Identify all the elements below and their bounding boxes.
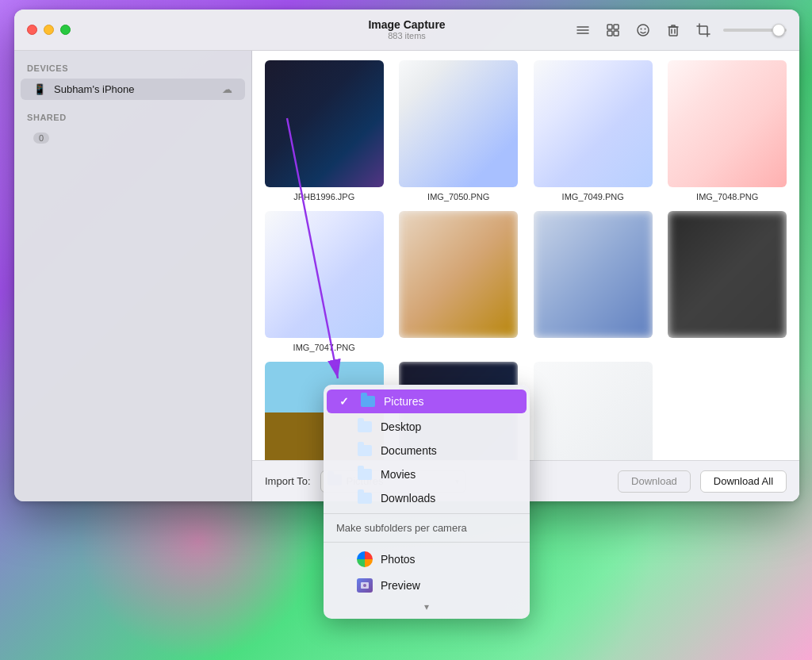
image-label: IMG_7048.PNG [696,192,758,201]
dropdown-item-preview[interactable]: Preview [324,573,530,598]
zoom-slider[interactable] [723,29,787,32]
image-thumb [265,211,384,338]
traffic-lights [27,25,71,35]
image-thumb [668,211,787,338]
close-button[interactable] [27,25,37,35]
svg-rect-3 [607,25,612,29]
image-thumb [534,211,653,338]
image-item[interactable]: IMG_7047.PNG [262,211,387,352]
image-thumb [534,362,653,460]
image-thumb [399,211,518,338]
dropdown-item-pictures[interactable]: ✓ Pictures [327,389,527,413]
rotate-crop-button[interactable] [693,20,714,40]
svg-point-8 [641,28,642,29]
image-item[interactable] [665,211,791,352]
image-thumb [534,60,653,187]
maximize-button[interactable] [60,25,71,35]
shared-section-label: SHARED [14,109,251,127]
dropdown-item-documents[interactable]: Documents [324,439,530,462]
svg-rect-5 [607,31,612,36]
emoji-button[interactable] [633,20,653,40]
image-label: JPHB1996.JPG [293,192,354,201]
download-button[interactable]: Download [618,470,691,493]
minimize-button[interactable] [44,25,54,35]
dropdown-label-downloads: Downloads [381,492,435,505]
image-thumb [265,60,384,187]
svg-rect-13 [699,26,707,34]
cloud-icon: ☁ [222,83,232,95]
folder-downloads-icon [357,492,373,505]
sidebar: DEVICES 📱 Subham's iPhone ☁ SHARED 0 [14,51,252,501]
svg-point-17 [363,584,366,587]
dropdown-show-more[interactable]: ▾ [324,598,530,616]
dropdown-label-movies: Movies [381,468,416,481]
app-title: Image Capture [368,18,445,32]
svg-rect-4 [614,25,619,29]
dropdown-label-documents: Documents [381,444,437,457]
dropdown-divider-2 [324,542,530,543]
sidebar-item-iphone[interactable]: 📱 Subham's iPhone ☁ [21,79,245,100]
dropdown-item-downloads[interactable]: Downloads [324,486,530,510]
dropdown-divider [324,513,530,514]
image-label: IMG_7049.PNG [562,192,624,201]
svg-point-9 [645,28,646,29]
item-count: 883 items [368,31,445,41]
image-item[interactable]: IMG_7050.PNG [396,60,522,201]
folder-movies-icon [357,468,373,481]
folder-pictures-icon [360,395,376,408]
iphone-icon: 📱 [33,83,46,95]
dropdown-label-photos: Photos [381,553,416,566]
titlebar-content: Image Capture 883 items [368,18,445,42]
svg-rect-6 [614,31,619,36]
grid-view-button[interactable] [603,20,623,40]
image-thumb [399,60,518,187]
titlebar: Image Capture 883 items [14,10,799,51]
devices-section-label: DEVICES [14,60,251,78]
image-thumb [668,60,787,187]
photos-app-icon [357,551,373,567]
dropdown-item-movies[interactable]: Movies [324,462,530,486]
preview-app-icon [357,578,373,593]
folder-desktop-icon [357,420,373,433]
titlebar-actions [573,20,787,40]
sidebar-item-shared[interactable]: 0 [21,128,245,148]
image-item[interactable] [396,211,522,352]
image-item[interactable] [530,362,656,460]
make-subfolders-option[interactable]: Make subfolders per camera [324,517,530,539]
download-all-button[interactable]: Download All [700,470,787,493]
image-label: IMG_7050.PNG [427,192,489,201]
svg-point-7 [638,25,649,36]
dropdown-label-desktop: Desktop [381,420,421,433]
delete-button[interactable] [663,20,684,40]
image-item[interactable]: IMG_7049.PNG [530,60,656,201]
image-item[interactable]: JPHB1996.JPG [262,60,387,201]
dropdown-item-desktop[interactable]: Desktop [324,415,530,439]
image-item[interactable] [530,211,656,352]
shared-badge: 0 [33,132,49,144]
dropdown-item-photos[interactable]: Photos [324,546,530,573]
image-item[interactable]: IMG_7048.PNG [665,60,791,201]
dropdown-menu: ✓ Pictures Desktop Documents [324,385,530,619]
check-icon: ✓ [339,395,352,408]
image-label: IMG_7047.PNG [293,343,355,352]
dropdown-label-pictures: Pictures [384,395,424,408]
svg-rect-10 [669,27,677,36]
import-to-label: Import To: [265,475,311,487]
dropdown-label-preview: Preview [381,579,420,592]
list-view-button[interactable] [573,20,593,40]
sidebar-device-name: Subham's iPhone [54,83,214,95]
folder-documents-icon [357,444,373,457]
